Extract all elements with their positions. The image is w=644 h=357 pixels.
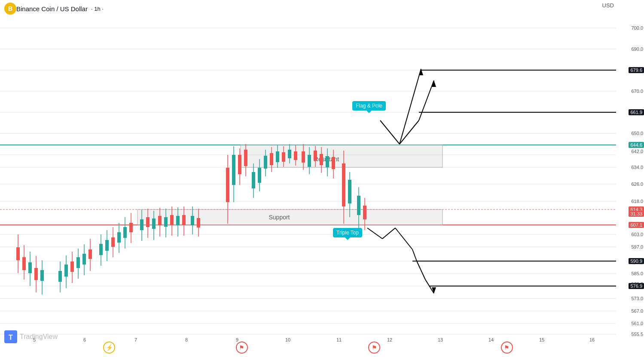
svg-rect-87 — [244, 150, 247, 166]
triple-top-label: Triple Top — [333, 228, 362, 237]
indicator-icon-4: ⚑ — [501, 342, 513, 354]
chart-svg: Resistant Support — [0, 17, 616, 335]
svg-rect-45 — [82, 254, 86, 265]
svg-rect-41 — [70, 262, 74, 272]
svg-rect-55 — [117, 232, 121, 243]
svg-line-127 — [400, 120, 419, 144]
svg-rect-121 — [357, 196, 360, 215]
svg-rect-79 — [197, 218, 200, 228]
svg-rect-39 — [64, 265, 68, 277]
svg-line-133 — [382, 228, 395, 239]
svg-line-137 — [417, 261, 425, 280]
svg-rect-63 — [146, 217, 150, 227]
svg-rect-117 — [342, 163, 345, 206]
chart-container: B Binance Coin / US Dollar · 1h · USD — [0, 0, 644, 357]
y-label-607: 607.1 — [629, 222, 644, 228]
y-label-618: 618.0 — [631, 199, 643, 204]
indicator-icon-2: ⚑ — [236, 342, 248, 354]
svg-text:T: T — [9, 334, 13, 341]
svg-rect-97 — [276, 151, 279, 162]
svg-line-124 — [400, 69, 421, 144]
svg-line-126 — [380, 120, 400, 144]
chart-timeframe: · 1h · — [91, 6, 104, 12]
y-label-642: 642.0 — [631, 149, 643, 154]
svg-rect-113 — [326, 156, 329, 167]
svg-rect-85 — [238, 155, 241, 174]
y-label-670: 670.0 — [631, 89, 643, 94]
svg-rect-65 — [152, 219, 156, 229]
svg-line-132 — [367, 228, 382, 239]
tradingview-text: TradingView — [20, 333, 58, 341]
svg-rect-119 — [348, 180, 351, 203]
svg-rect-111 — [320, 154, 323, 165]
svg-rect-57 — [123, 227, 127, 238]
chart-title: Binance Coin / US Dollar — [16, 5, 88, 12]
svg-rect-77 — [191, 216, 194, 225]
svg-line-134 — [395, 228, 412, 249]
tradingview-watermark: T TradingView — [4, 330, 58, 343]
y-label-603: 603.0 — [631, 232, 643, 237]
y-label-561: 561.0 — [631, 321, 643, 326]
chart-header: B Binance Coin / US Dollar · 1h · — [0, 0, 644, 17]
svg-rect-43 — [76, 257, 80, 268]
svg-rect-93 — [264, 156, 267, 169]
svg-rect-29 — [22, 257, 26, 270]
svg-rect-61 — [140, 219, 143, 230]
svg-rect-35 — [40, 270, 44, 281]
svg-rect-27 — [16, 247, 20, 260]
svg-rect-47 — [89, 249, 92, 259]
y-label-6133: 31.33 — [629, 211, 644, 217]
svg-rect-53 — [111, 237, 115, 247]
svg-rect-51 — [105, 240, 109, 251]
svg-rect-107 — [308, 155, 311, 167]
y-label-700: 700.0 — [631, 25, 643, 31]
logo: B — [4, 3, 16, 15]
y-label-644: 644.6 — [629, 142, 644, 148]
y-label-634: 634.0 — [631, 165, 643, 170]
svg-rect-109 — [314, 151, 317, 161]
y-label-555: 555.5 — [631, 332, 643, 337]
svg-rect-67 — [158, 216, 162, 225]
y-label-576: 576.9 — [629, 283, 644, 289]
tv-logo-icon: T — [4, 330, 17, 343]
svg-rect-105 — [302, 151, 305, 163]
svg-rect-103 — [294, 151, 297, 160]
y-label-597: 597.0 — [631, 244, 643, 249]
y-label-650: 650.0 — [631, 131, 643, 136]
y-label-590: 590.9 — [629, 258, 644, 264]
svg-rect-71 — [170, 215, 174, 225]
indicator-icon-3: ⚑ — [368, 342, 380, 354]
chart-area: Resistant Support — [0, 17, 616, 335]
svg-rect-81 — [226, 168, 229, 202]
y-label-679: 679.6 — [629, 67, 644, 73]
svg-rect-83 — [232, 155, 235, 185]
y-label-626: 626.0 — [631, 182, 643, 187]
svg-rect-73 — [176, 216, 180, 225]
svg-rect-115 — [332, 157, 335, 169]
svg-text:Support: Support — [269, 214, 290, 221]
svg-rect-75 — [182, 215, 186, 225]
indicator-icon-1: ⚡ — [103, 342, 115, 354]
svg-rect-123 — [363, 206, 366, 219]
svg-rect-91 — [258, 168, 261, 183]
y-label-573: 573.0 — [631, 296, 643, 301]
y-label-661: 661.9 — [629, 109, 644, 115]
svg-rect-95 — [270, 153, 273, 165]
svg-rect-33 — [34, 268, 38, 280]
svg-line-128 — [419, 80, 434, 120]
y-axis: 700.0 690.0 679.6 670.0 661.9 650.0 644.… — [616, 0, 644, 357]
svg-rect-49 — [99, 244, 103, 255]
svg-rect-89 — [252, 172, 255, 188]
bnb-icon: B — [4, 3, 16, 15]
svg-rect-101 — [288, 150, 291, 158]
svg-rect-37 — [58, 271, 62, 282]
svg-rect-59 — [129, 223, 133, 232]
svg-rect-99 — [282, 152, 285, 162]
svg-rect-31 — [28, 262, 32, 273]
svg-rect-69 — [164, 217, 168, 227]
bottom-icons: ⚡ ⚑ ⚑ ⚑ — [0, 342, 616, 354]
svg-line-135 — [412, 249, 417, 261]
y-label-585: 585.0 — [631, 271, 643, 276]
flag-pole-label: Flag & Pole — [352, 101, 386, 111]
y-label-690: 690.0 — [631, 46, 643, 52]
